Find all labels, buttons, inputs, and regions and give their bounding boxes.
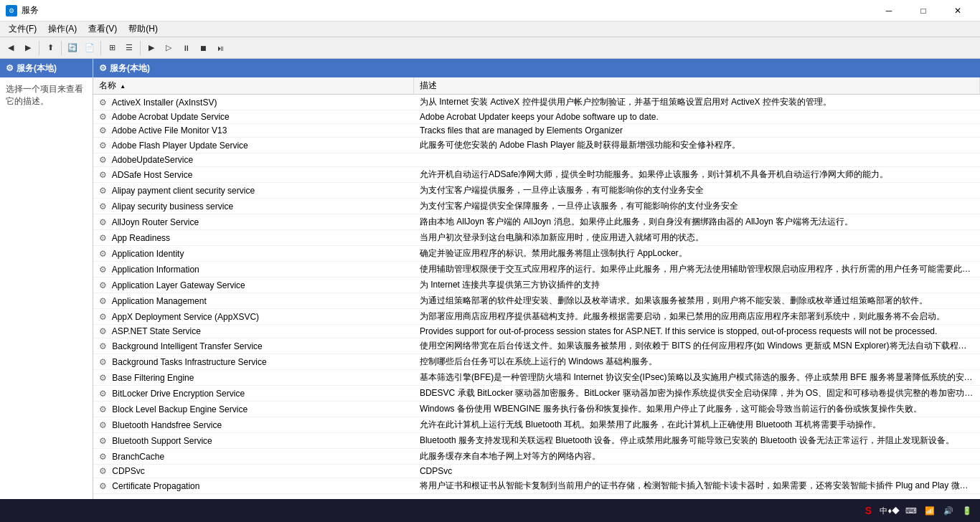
service-name: Adobe Active File Monitor V13 bbox=[112, 125, 227, 136]
toolbar-play2[interactable]: ▷ bbox=[161, 40, 176, 56]
toolbar-back[interactable]: ◀ bbox=[3, 40, 19, 56]
service-name: Background Tasks Infrastructure Service bbox=[112, 357, 266, 367]
service-description: BDESVC 承载 BitLocker 驱动器加密服务。BitLocker 驱动… bbox=[414, 386, 980, 402]
taskbar-network-icon: 📶 bbox=[923, 503, 937, 518]
toolbar-pause[interactable]: ⏸ bbox=[178, 40, 194, 56]
service-description: Tracks files that are managed by Element… bbox=[414, 124, 980, 138]
service-icon: ⚙ bbox=[99, 326, 107, 336]
minimize-button[interactable]: ─ bbox=[872, 0, 905, 22]
sidebar: ⚙ 服务(本地) 选择一个项目来查看它的描述。 bbox=[0, 59, 93, 506]
table-row[interactable]: ⚙ ASP.NET State Service Provides support… bbox=[93, 325, 980, 338]
window-controls: ─ □ ✕ bbox=[872, 0, 974, 22]
service-icon: ⚙ bbox=[99, 98, 107, 108]
service-description: Bluetooth 服务支持发现和关联远程 Bluetooth 设备。停止或禁用… bbox=[414, 433, 980, 449]
service-icon: ⚙ bbox=[99, 452, 107, 462]
service-description bbox=[414, 153, 980, 167]
table-row[interactable]: ⚙ Base Filtering Engine 基本筛选引擎(BFE)是一种管理… bbox=[93, 370, 980, 386]
column-header-name[interactable]: 名称 ▲ bbox=[93, 77, 414, 95]
service-icon: ⚙ bbox=[99, 125, 107, 136]
toolbar-restart[interactable]: ⏯ bbox=[212, 40, 228, 56]
table-row[interactable]: ⚙ Application Management 为通过组策略部署的软件处理安装… bbox=[93, 293, 980, 309]
service-name: AdobeUpdateService bbox=[112, 155, 193, 165]
table-row[interactable]: ⚙ ADSafe Host Service 允许开机自动运行ADSafe净网大师… bbox=[93, 167, 980, 183]
sidebar-title: 服务(本地) bbox=[17, 62, 57, 75]
service-description: 路由本地 AllJoyn 客户端的 AllJoyn 消息。如果停止此服务，则自身… bbox=[414, 214, 980, 230]
table-row[interactable]: ⚙ Alipay payment client security service… bbox=[93, 183, 980, 199]
service-name: Bluetooth Handsfree Service bbox=[112, 420, 222, 430]
menu-help[interactable]: 帮助(H) bbox=[123, 22, 164, 37]
table-row[interactable]: ⚙ AllJoyn Router Service 路由本地 AllJoyn 客户… bbox=[93, 214, 980, 230]
table-row[interactable]: ⚙ CDPSvc CDPSvc bbox=[93, 465, 980, 478]
service-name: Alipay payment client security service bbox=[112, 186, 255, 196]
restore-button[interactable]: □ bbox=[907, 0, 940, 22]
app-icon: ⚙ bbox=[6, 5, 17, 16]
services-table-container[interactable]: 名称 ▲ 描述 ⚙ ActiveX Installer (AxInstSV) 为… bbox=[93, 77, 980, 506]
toolbar-refresh[interactable]: 🔄 bbox=[65, 40, 80, 56]
menu-view[interactable]: 查看(V) bbox=[83, 22, 123, 37]
services-icon: ⚙ bbox=[99, 63, 107, 73]
table-row[interactable]: ⚙ Bluetooth Support Service Bluetooth 服务… bbox=[93, 433, 980, 449]
service-name: BitLocker Drive Encryption Service bbox=[112, 389, 245, 399]
service-icon: ⚙ bbox=[99, 186, 107, 196]
service-icon: ⚙ bbox=[99, 404, 107, 414]
table-row[interactable]: ⚙ Background Tasks Infrastructure Servic… bbox=[93, 354, 980, 370]
toolbar-separator-2 bbox=[61, 41, 62, 55]
service-icon: ⚙ bbox=[99, 280, 107, 290]
menu-file[interactable]: 文件(F) bbox=[3, 22, 42, 37]
window-title: 服务 bbox=[22, 4, 39, 16]
table-row[interactable]: ⚙ Application Layer Gateway Service 为 In… bbox=[93, 277, 980, 293]
table-row[interactable]: ⚙ AdobeUpdateService bbox=[93, 153, 980, 167]
table-row[interactable]: ⚙ ActiveX Installer (AxInstSV) 为从 Intern… bbox=[93, 95, 980, 110]
table-row[interactable]: ⚙ Alipay security business service 为支付宝客… bbox=[93, 199, 980, 214]
close-button[interactable]: ✕ bbox=[941, 0, 974, 22]
table-row[interactable]: ⚙ App Readiness 当用户初次登录到这台电脑和添加新应用时，使应用进… bbox=[93, 230, 980, 246]
toolbar-separator-1 bbox=[39, 41, 39, 55]
sort-arrow: ▲ bbox=[120, 83, 126, 90]
service-name: Application Layer Gateway Service bbox=[112, 280, 245, 290]
taskbar: S 中♦◆ ⌨ 📶 🔊 🔋 bbox=[0, 499, 980, 522]
service-icon: ⚙ bbox=[99, 389, 107, 399]
service-description: 控制哪些后台任务可以在系统上运行的 Windows 基础构服务。 bbox=[414, 354, 980, 370]
service-description: Adobe Acrobat Updater keeps your Adobe s… bbox=[414, 110, 980, 124]
sidebar-icon: ⚙ bbox=[6, 63, 14, 73]
table-row[interactable]: ⚙ Application Information 使用辅助管理权限便于交互式应… bbox=[93, 262, 980, 277]
services-title: 服务(本地) bbox=[110, 62, 150, 75]
service-icon: ⚙ bbox=[99, 296, 107, 306]
toolbar-stop[interactable]: ⏹ bbox=[195, 40, 211, 56]
taskbar-keyboard-icon: ⌨ bbox=[904, 503, 918, 518]
toolbar-separator-3 bbox=[100, 41, 101, 55]
toolbar-list-view[interactable]: ☰ bbox=[121, 40, 137, 56]
services-header: ⚙ 服务(本地) bbox=[93, 59, 980, 77]
table-row[interactable]: ⚙ BitLocker Drive Encryption Service BDE… bbox=[93, 386, 980, 402]
toolbar-forward[interactable]: ▶ bbox=[20, 40, 36, 56]
service-name: BranchCache bbox=[112, 452, 164, 462]
service-name: AllJoyn Router Service bbox=[112, 217, 199, 227]
table-row[interactable]: ⚙ AppX Deployment Service (AppXSVC) 为部署应… bbox=[93, 309, 980, 325]
table-row[interactable]: ⚙ Bluetooth Handsfree Service 允许在此计算机上运行… bbox=[93, 417, 980, 433]
table-row[interactable]: ⚙ BranchCache 此服务缓存来自本地子网上对等方的网络内容。 bbox=[93, 449, 980, 465]
table-row[interactable]: ⚙ Block Level Backup Engine Service Wind… bbox=[93, 402, 980, 417]
service-name: Bluetooth Support Service bbox=[112, 436, 212, 446]
table-row[interactable]: ⚙ Adobe Flash Player Update Service 此服务可… bbox=[93, 138, 980, 153]
toolbar-icon-view[interactable]: ⊞ bbox=[104, 40, 120, 56]
menu-action[interactable]: 操作(A) bbox=[42, 22, 83, 37]
service-description: 使用空闲网络带宽在后台传送文件。如果该服务被禁用，则依赖于 BITS 的任何应用… bbox=[414, 338, 980, 354]
toolbar-play[interactable]: ▶ bbox=[143, 40, 159, 56]
service-description: 此服务缓存来自本地子网上对等方的网络内容。 bbox=[414, 449, 980, 465]
service-icon: ⚙ bbox=[99, 265, 107, 275]
table-row[interactable]: ⚙ Certificate Propagation 将用户证书和根证书从智能卡复… bbox=[93, 478, 980, 494]
service-icon: ⚙ bbox=[99, 112, 107, 122]
toolbar-export[interactable]: 📄 bbox=[82, 40, 98, 56]
table-row[interactable]: ⚙ Application Identity 确定并验证应用程序的标识。禁用此服… bbox=[93, 246, 980, 262]
toolbar-up[interactable]: ⬆ bbox=[42, 40, 58, 56]
table-row[interactable]: ⚙ Adobe Acrobat Update Service Adobe Acr… bbox=[93, 110, 980, 124]
service-icon: ⚙ bbox=[99, 357, 107, 367]
column-header-description[interactable]: 描述 bbox=[414, 77, 980, 95]
service-name: ADSafe Host Service bbox=[112, 170, 193, 180]
table-row[interactable]: ⚙ Adobe Active File Monitor V13 Tracks f… bbox=[93, 124, 980, 138]
service-description: 确定并验证应用程序的标识。禁用此服务将阻止强制执行 AppLocker。 bbox=[414, 246, 980, 262]
table-row[interactable]: ⚙ Background Intelligent Transfer Servic… bbox=[93, 338, 980, 354]
service-name: Alipay security business service bbox=[112, 201, 233, 212]
service-icon: ⚙ bbox=[99, 217, 107, 227]
service-description: Windows 备份使用 WBENGINE 服务执行备份和恢复操作。如果用户停止… bbox=[414, 402, 980, 417]
